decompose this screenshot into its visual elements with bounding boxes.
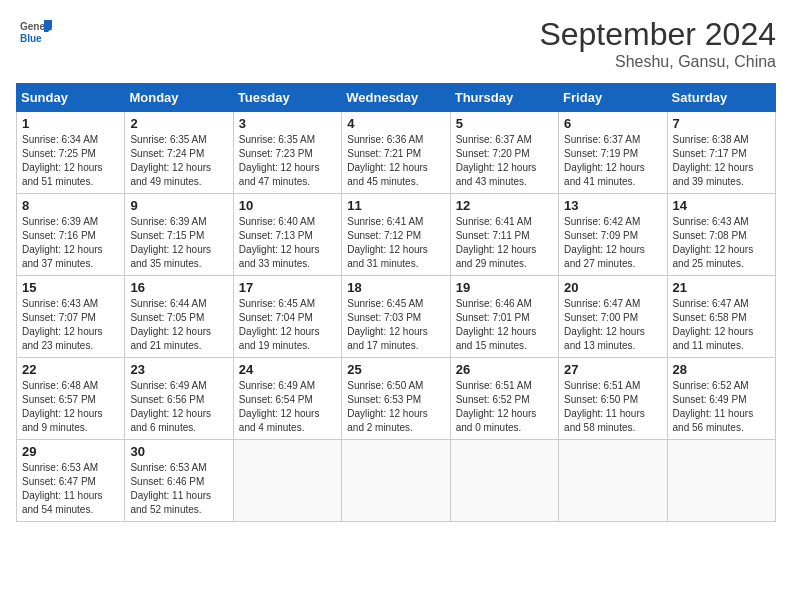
day-cell-16: 16Sunrise: 6:44 AMSunset: 7:05 PMDayligh… xyxy=(125,276,233,358)
day-cell-29: 29Sunrise: 6:53 AMSunset: 6:47 PMDayligh… xyxy=(17,440,125,522)
day-cell-3: 3Sunrise: 6:35 AMSunset: 7:23 PMDaylight… xyxy=(233,112,341,194)
day-number: 10 xyxy=(239,198,336,213)
page-header: General Blue September 2024 Sheshu, Gans… xyxy=(16,16,776,71)
day-number: 17 xyxy=(239,280,336,295)
day-info: Sunrise: 6:52 AMSunset: 6:49 PMDaylight:… xyxy=(673,379,770,435)
day-info: Sunrise: 6:40 AMSunset: 7:13 PMDaylight:… xyxy=(239,215,336,271)
weekday-header-monday: Monday xyxy=(125,84,233,112)
day-number: 3 xyxy=(239,116,336,131)
day-cell-17: 17Sunrise: 6:45 AMSunset: 7:04 PMDayligh… xyxy=(233,276,341,358)
day-cell-11: 11Sunrise: 6:41 AMSunset: 7:12 PMDayligh… xyxy=(342,194,450,276)
weekday-header-wednesday: Wednesday xyxy=(342,84,450,112)
calendar-week-4: 22Sunrise: 6:48 AMSunset: 6:57 PMDayligh… xyxy=(17,358,776,440)
day-info: Sunrise: 6:36 AMSunset: 7:21 PMDaylight:… xyxy=(347,133,444,189)
day-cell-15: 15Sunrise: 6:43 AMSunset: 7:07 PMDayligh… xyxy=(17,276,125,358)
calendar: SundayMondayTuesdayWednesdayThursdayFrid… xyxy=(16,83,776,522)
day-number: 30 xyxy=(130,444,227,459)
day-cell-30: 30Sunrise: 6:53 AMSunset: 6:46 PMDayligh… xyxy=(125,440,233,522)
svg-text:Blue: Blue xyxy=(20,33,42,44)
day-cell-27: 27Sunrise: 6:51 AMSunset: 6:50 PMDayligh… xyxy=(559,358,667,440)
weekday-header-thursday: Thursday xyxy=(450,84,558,112)
day-info: Sunrise: 6:38 AMSunset: 7:17 PMDaylight:… xyxy=(673,133,770,189)
empty-cell xyxy=(559,440,667,522)
day-info: Sunrise: 6:45 AMSunset: 7:03 PMDaylight:… xyxy=(347,297,444,353)
day-number: 20 xyxy=(564,280,661,295)
day-cell-23: 23Sunrise: 6:49 AMSunset: 6:56 PMDayligh… xyxy=(125,358,233,440)
day-info: Sunrise: 6:45 AMSunset: 7:04 PMDaylight:… xyxy=(239,297,336,353)
day-number: 6 xyxy=(564,116,661,131)
calendar-week-1: 1Sunrise: 6:34 AMSunset: 7:25 PMDaylight… xyxy=(17,112,776,194)
day-number: 22 xyxy=(22,362,119,377)
day-number: 5 xyxy=(456,116,553,131)
day-number: 9 xyxy=(130,198,227,213)
day-info: Sunrise: 6:39 AMSunset: 7:16 PMDaylight:… xyxy=(22,215,119,271)
day-cell-2: 2Sunrise: 6:35 AMSunset: 7:24 PMDaylight… xyxy=(125,112,233,194)
month-title: September 2024 xyxy=(539,16,776,53)
day-number: 18 xyxy=(347,280,444,295)
day-number: 23 xyxy=(130,362,227,377)
subtitle: Sheshu, Gansu, China xyxy=(539,53,776,71)
day-cell-20: 20Sunrise: 6:47 AMSunset: 7:00 PMDayligh… xyxy=(559,276,667,358)
day-cell-12: 12Sunrise: 6:41 AMSunset: 7:11 PMDayligh… xyxy=(450,194,558,276)
day-info: Sunrise: 6:41 AMSunset: 7:12 PMDaylight:… xyxy=(347,215,444,271)
day-info: Sunrise: 6:51 AMSunset: 6:52 PMDaylight:… xyxy=(456,379,553,435)
day-info: Sunrise: 6:44 AMSunset: 7:05 PMDaylight:… xyxy=(130,297,227,353)
title-block: September 2024 Sheshu, Gansu, China xyxy=(539,16,776,71)
day-info: Sunrise: 6:51 AMSunset: 6:50 PMDaylight:… xyxy=(564,379,661,435)
day-number: 8 xyxy=(22,198,119,213)
day-number: 28 xyxy=(673,362,770,377)
day-number: 27 xyxy=(564,362,661,377)
day-info: Sunrise: 6:53 AMSunset: 6:47 PMDaylight:… xyxy=(22,461,119,517)
calendar-week-2: 8Sunrise: 6:39 AMSunset: 7:16 PMDaylight… xyxy=(17,194,776,276)
day-number: 14 xyxy=(673,198,770,213)
day-number: 12 xyxy=(456,198,553,213)
day-number: 25 xyxy=(347,362,444,377)
day-number: 16 xyxy=(130,280,227,295)
day-cell-25: 25Sunrise: 6:50 AMSunset: 6:53 PMDayligh… xyxy=(342,358,450,440)
day-info: Sunrise: 6:49 AMSunset: 6:56 PMDaylight:… xyxy=(130,379,227,435)
day-info: Sunrise: 6:48 AMSunset: 6:57 PMDaylight:… xyxy=(22,379,119,435)
day-cell-6: 6Sunrise: 6:37 AMSunset: 7:19 PMDaylight… xyxy=(559,112,667,194)
day-cell-10: 10Sunrise: 6:40 AMSunset: 7:13 PMDayligh… xyxy=(233,194,341,276)
day-info: Sunrise: 6:43 AMSunset: 7:07 PMDaylight:… xyxy=(22,297,119,353)
weekday-header-friday: Friday xyxy=(559,84,667,112)
weekday-header-saturday: Saturday xyxy=(667,84,775,112)
day-cell-8: 8Sunrise: 6:39 AMSunset: 7:16 PMDaylight… xyxy=(17,194,125,276)
day-cell-14: 14Sunrise: 6:43 AMSunset: 7:08 PMDayligh… xyxy=(667,194,775,276)
day-number: 4 xyxy=(347,116,444,131)
day-info: Sunrise: 6:49 AMSunset: 6:54 PMDaylight:… xyxy=(239,379,336,435)
day-number: 1 xyxy=(22,116,119,131)
day-number: 24 xyxy=(239,362,336,377)
day-number: 11 xyxy=(347,198,444,213)
day-cell-9: 9Sunrise: 6:39 AMSunset: 7:15 PMDaylight… xyxy=(125,194,233,276)
day-cell-24: 24Sunrise: 6:49 AMSunset: 6:54 PMDayligh… xyxy=(233,358,341,440)
day-cell-26: 26Sunrise: 6:51 AMSunset: 6:52 PMDayligh… xyxy=(450,358,558,440)
day-info: Sunrise: 6:35 AMSunset: 7:23 PMDaylight:… xyxy=(239,133,336,189)
empty-cell xyxy=(450,440,558,522)
logo-icon: General Blue xyxy=(16,16,52,52)
day-info: Sunrise: 6:42 AMSunset: 7:09 PMDaylight:… xyxy=(564,215,661,271)
weekday-header-sunday: Sunday xyxy=(17,84,125,112)
day-cell-19: 19Sunrise: 6:46 AMSunset: 7:01 PMDayligh… xyxy=(450,276,558,358)
day-info: Sunrise: 6:37 AMSunset: 7:20 PMDaylight:… xyxy=(456,133,553,189)
day-number: 15 xyxy=(22,280,119,295)
calendar-week-3: 15Sunrise: 6:43 AMSunset: 7:07 PMDayligh… xyxy=(17,276,776,358)
day-number: 13 xyxy=(564,198,661,213)
day-cell-7: 7Sunrise: 6:38 AMSunset: 7:17 PMDaylight… xyxy=(667,112,775,194)
day-info: Sunrise: 6:41 AMSunset: 7:11 PMDaylight:… xyxy=(456,215,553,271)
day-info: Sunrise: 6:47 AMSunset: 7:00 PMDaylight:… xyxy=(564,297,661,353)
day-info: Sunrise: 6:39 AMSunset: 7:15 PMDaylight:… xyxy=(130,215,227,271)
empty-cell xyxy=(233,440,341,522)
empty-cell xyxy=(342,440,450,522)
day-cell-4: 4Sunrise: 6:36 AMSunset: 7:21 PMDaylight… xyxy=(342,112,450,194)
day-number: 29 xyxy=(22,444,119,459)
day-info: Sunrise: 6:35 AMSunset: 7:24 PMDaylight:… xyxy=(130,133,227,189)
day-info: Sunrise: 6:37 AMSunset: 7:19 PMDaylight:… xyxy=(564,133,661,189)
day-info: Sunrise: 6:47 AMSunset: 6:58 PMDaylight:… xyxy=(673,297,770,353)
day-number: 2 xyxy=(130,116,227,131)
day-number: 19 xyxy=(456,280,553,295)
day-cell-18: 18Sunrise: 6:45 AMSunset: 7:03 PMDayligh… xyxy=(342,276,450,358)
day-number: 26 xyxy=(456,362,553,377)
day-info: Sunrise: 6:34 AMSunset: 7:25 PMDaylight:… xyxy=(22,133,119,189)
day-info: Sunrise: 6:53 AMSunset: 6:46 PMDaylight:… xyxy=(130,461,227,517)
